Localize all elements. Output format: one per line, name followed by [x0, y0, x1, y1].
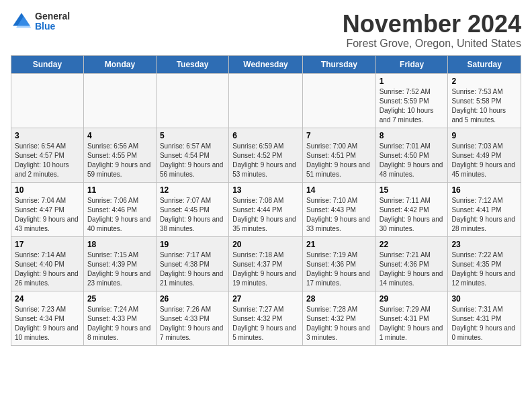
logo: General Blue — [11, 11, 70, 32]
day-info: Sunrise: 7:26 AM Sunset: 4:33 PM Dayligh… — [160, 305, 225, 342]
day-number: 12 — [160, 185, 225, 195]
weekday-header: Monday — [83, 55, 156, 73]
day-number: 14 — [306, 185, 372, 195]
calendar-week-row: 10Sunrise: 7:04 AM Sunset: 4:47 PM Dayli… — [11, 182, 521, 236]
day-number: 28 — [306, 294, 372, 304]
calendar-cell: 13Sunrise: 7:08 AM Sunset: 4:44 PM Dayli… — [229, 182, 303, 236]
calendar-cell — [11, 73, 84, 128]
calendar-cell: 25Sunrise: 7:24 AM Sunset: 4:33 PM Dayli… — [83, 291, 156, 345]
weekday-header: Tuesday — [156, 55, 228, 73]
weekday-header: Wednesday — [229, 55, 303, 73]
calendar-cell: 1Sunrise: 7:52 AM Sunset: 5:59 PM Daylig… — [375, 73, 448, 128]
day-number: 2 — [451, 77, 517, 86]
calendar-cell: 10Sunrise: 7:04 AM Sunset: 4:47 PM Dayli… — [11, 182, 84, 236]
day-number: 25 — [87, 294, 152, 304]
day-info: Sunrise: 7:21 AM Sunset: 4:36 PM Dayligh… — [380, 250, 445, 288]
day-number: 22 — [380, 240, 445, 249]
calendar-cell: 20Sunrise: 7:18 AM Sunset: 4:37 PM Dayli… — [229, 236, 303, 291]
day-info: Sunrise: 7:04 AM Sunset: 4:47 PM Dayligh… — [15, 196, 80, 234]
calendar-cell: 11Sunrise: 7:06 AM Sunset: 4:46 PM Dayli… — [83, 182, 156, 236]
calendar-cell: 29Sunrise: 7:29 AM Sunset: 4:31 PM Dayli… — [375, 291, 448, 345]
calendar-cell: 15Sunrise: 7:11 AM Sunset: 4:42 PM Dayli… — [375, 182, 448, 236]
weekday-header-row: SundayMondayTuesdayWednesdayThursdayFrid… — [11, 55, 521, 73]
calendar-cell: 2Sunrise: 7:53 AM Sunset: 5:58 PM Daylig… — [448, 73, 521, 128]
day-info: Sunrise: 7:18 AM Sunset: 4:37 PM Dayligh… — [232, 250, 299, 288]
day-info: Sunrise: 7:14 AM Sunset: 4:40 PM Dayligh… — [15, 250, 80, 288]
day-info: Sunrise: 6:56 AM Sunset: 4:55 PM Dayligh… — [87, 142, 152, 179]
calendar-table: SundayMondayTuesdayWednesdayThursdayFrid… — [11, 55, 521, 346]
calendar-cell: 8Sunrise: 7:01 AM Sunset: 4:50 PM Daylig… — [375, 128, 448, 182]
day-info: Sunrise: 7:52 AM Sunset: 5:59 PM Dayligh… — [380, 87, 445, 125]
logo-text: General Blue — [35, 11, 70, 32]
day-info: Sunrise: 7:17 AM Sunset: 4:38 PM Dayligh… — [160, 250, 225, 288]
day-number: 19 — [160, 240, 225, 249]
day-number: 10 — [15, 185, 80, 195]
calendar-cell: 7Sunrise: 7:00 AM Sunset: 4:51 PM Daylig… — [302, 128, 375, 182]
day-info: Sunrise: 7:10 AM Sunset: 4:43 PM Dayligh… — [306, 196, 372, 234]
day-number: 8 — [380, 131, 445, 140]
calendar-cell: 27Sunrise: 7:27 AM Sunset: 4:32 PM Dayli… — [229, 291, 303, 345]
day-number: 1 — [380, 77, 445, 86]
weekday-header: Thursday — [302, 55, 375, 73]
day-number: 23 — [451, 240, 517, 249]
logo-blue: Blue — [35, 21, 70, 32]
day-number: 21 — [306, 240, 372, 249]
calendar-cell: 9Sunrise: 7:03 AM Sunset: 4:49 PM Daylig… — [448, 128, 521, 182]
day-info: Sunrise: 7:07 AM Sunset: 4:45 PM Dayligh… — [160, 196, 225, 234]
month-title: November 2024 — [343, 11, 521, 38]
day-number: 18 — [87, 240, 152, 249]
day-number: 4 — [87, 131, 152, 140]
calendar-cell — [156, 73, 228, 128]
day-number: 29 — [380, 294, 445, 304]
calendar-cell: 18Sunrise: 7:15 AM Sunset: 4:39 PM Dayli… — [83, 236, 156, 291]
day-number: 11 — [87, 185, 152, 195]
day-info: Sunrise: 7:29 AM Sunset: 4:31 PM Dayligh… — [380, 305, 445, 342]
day-info: Sunrise: 7:31 AM Sunset: 4:31 PM Dayligh… — [451, 305, 517, 342]
calendar-cell: 3Sunrise: 6:54 AM Sunset: 4:57 PM Daylig… — [11, 128, 84, 182]
day-info: Sunrise: 7:19 AM Sunset: 4:36 PM Dayligh… — [306, 250, 372, 288]
calendar-cell: 14Sunrise: 7:10 AM Sunset: 4:43 PM Dayli… — [302, 182, 375, 236]
day-info: Sunrise: 6:57 AM Sunset: 4:54 PM Dayligh… — [160, 142, 225, 179]
page-header: General Blue November 2024 Forest Grove,… — [11, 11, 521, 50]
day-info: Sunrise: 7:23 AM Sunset: 4:34 PM Dayligh… — [15, 305, 80, 342]
calendar-cell: 30Sunrise: 7:31 AM Sunset: 4:31 PM Dayli… — [448, 291, 521, 345]
logo-general: General — [35, 11, 70, 21]
day-number: 24 — [15, 294, 80, 304]
calendar-cell: 24Sunrise: 7:23 AM Sunset: 4:34 PM Dayli… — [11, 291, 84, 345]
day-number: 3 — [15, 131, 80, 140]
day-number: 17 — [15, 240, 80, 249]
day-number: 7 — [306, 131, 372, 140]
day-info: Sunrise: 7:53 AM Sunset: 5:58 PM Dayligh… — [451, 87, 517, 125]
day-number: 6 — [232, 131, 299, 140]
day-number: 9 — [451, 131, 517, 140]
calendar-cell: 26Sunrise: 7:26 AM Sunset: 4:33 PM Dayli… — [156, 291, 228, 345]
day-info: Sunrise: 7:27 AM Sunset: 4:32 PM Dayligh… — [232, 305, 299, 342]
day-info: Sunrise: 7:11 AM Sunset: 4:42 PM Dayligh… — [380, 196, 445, 234]
calendar-cell — [302, 73, 375, 128]
day-info: Sunrise: 7:22 AM Sunset: 4:35 PM Dayligh… — [451, 250, 517, 288]
calendar-week-row: 24Sunrise: 7:23 AM Sunset: 4:34 PM Dayli… — [11, 291, 521, 345]
title-area: November 2024 Forest Grove, Oregon, Unit… — [343, 11, 521, 50]
day-info: Sunrise: 7:28 AM Sunset: 4:32 PM Dayligh… — [306, 305, 372, 342]
calendar-cell: 5Sunrise: 6:57 AM Sunset: 4:54 PM Daylig… — [156, 128, 228, 182]
day-number: 27 — [232, 294, 299, 304]
weekday-header: Sunday — [11, 55, 84, 73]
day-info: Sunrise: 7:00 AM Sunset: 4:51 PM Dayligh… — [306, 142, 372, 179]
day-number: 15 — [380, 185, 445, 195]
calendar-cell — [229, 73, 303, 128]
calendar-week-row: 3Sunrise: 6:54 AM Sunset: 4:57 PM Daylig… — [11, 128, 521, 182]
calendar-cell: 19Sunrise: 7:17 AM Sunset: 4:38 PM Dayli… — [156, 236, 228, 291]
day-number: 20 — [232, 240, 299, 249]
day-number: 30 — [451, 294, 517, 304]
calendar-cell: 16Sunrise: 7:12 AM Sunset: 4:41 PM Dayli… — [448, 182, 521, 236]
calendar-cell: 22Sunrise: 7:21 AM Sunset: 4:36 PM Dayli… — [375, 236, 448, 291]
day-number: 16 — [451, 185, 517, 195]
calendar-cell — [83, 73, 156, 128]
calendar-cell: 21Sunrise: 7:19 AM Sunset: 4:36 PM Dayli… — [302, 236, 375, 291]
day-info: Sunrise: 7:24 AM Sunset: 4:33 PM Dayligh… — [87, 305, 152, 342]
day-info: Sunrise: 7:12 AM Sunset: 4:41 PM Dayligh… — [451, 196, 517, 234]
day-info: Sunrise: 7:15 AM Sunset: 4:39 PM Dayligh… — [87, 250, 152, 288]
calendar-week-row: 17Sunrise: 7:14 AM Sunset: 4:40 PM Dayli… — [11, 236, 521, 291]
day-info: Sunrise: 7:03 AM Sunset: 4:49 PM Dayligh… — [451, 142, 517, 179]
calendar-cell: 12Sunrise: 7:07 AM Sunset: 4:45 PM Dayli… — [156, 182, 228, 236]
